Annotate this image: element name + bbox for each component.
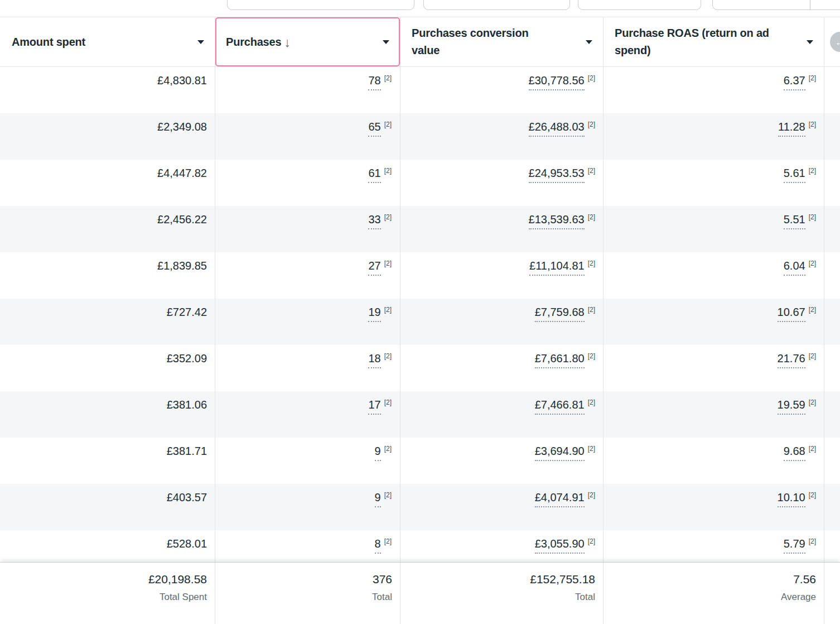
- column-header-roas[interactable]: Purchase ROAS (return on ad spend): [604, 17, 824, 66]
- footnote-ref: [2]: [384, 399, 392, 406]
- table-footer: £20,198.58 Total Spent 376 Total £152,75…: [0, 562, 840, 624]
- metric-value[interactable]: 78: [368, 73, 380, 90]
- metric-value[interactable]: 65: [368, 119, 380, 137]
- metric-value[interactable]: £26,488.03: [529, 119, 585, 137]
- ads-reporting-table-view: Amount spent Purchases ↓ Purchases conve…: [0, 0, 840, 624]
- overflow-cell: [824, 252, 840, 299]
- metric-value[interactable]: 27: [368, 258, 380, 276]
- metric-value[interactable]: £30,778.56: [529, 73, 585, 90]
- toolbar-control-2[interactable]: [423, 0, 570, 10]
- metric-value[interactable]: 17: [368, 397, 380, 415]
- roas-cell: 6.04[2]: [604, 252, 824, 299]
- metric-value[interactable]: 5.79: [784, 536, 805, 554]
- purchases-cell: 18[2]: [215, 345, 400, 391]
- conversion-value-cell: £24,953.53[2]: [400, 160, 604, 206]
- footnote-ref: [2]: [809, 167, 816, 175]
- conversion-value-cell: £11,104.81[2]: [400, 252, 604, 299]
- metric-value[interactable]: £13,539.63: [529, 212, 585, 229]
- footnote-ref: [2]: [588, 352, 595, 360]
- amount-spent-value: £352.09: [167, 352, 207, 364]
- footnote-ref: [2]: [384, 213, 392, 221]
- conversion-value-cell: £26,488.03[2]: [400, 113, 604, 160]
- metric-value[interactable]: £24,953.53: [529, 166, 585, 183]
- metric-value[interactable]: £7,661.80: [535, 351, 585, 368]
- roas-cell: 5.79[2]: [604, 530, 824, 562]
- toolbar-control-4[interactable]: [712, 0, 840, 10]
- metric-value[interactable]: 5.61: [784, 166, 805, 183]
- roas-cell: 6.37[2]: [604, 67, 824, 113]
- amount-spent-cell: £528.01: [0, 530, 215, 562]
- column-header-amount-spent[interactable]: Amount spent: [0, 17, 215, 66]
- table-row: £4,447.82 61[2] £24,953.53[2] 5.61[2]: [0, 160, 840, 206]
- purchases-cell: 78[2]: [215, 67, 400, 113]
- footnote-ref: [2]: [809, 306, 816, 314]
- footnote-ref: [2]: [588, 399, 595, 406]
- column-header-purchases[interactable]: Purchases ↓: [215, 17, 400, 66]
- metric-value[interactable]: £7,759.68: [535, 305, 585, 322]
- metric-value[interactable]: £7,466.81: [535, 397, 585, 415]
- chevron-down-icon[interactable]: [807, 40, 813, 44]
- metric-value[interactable]: 10.67: [778, 305, 805, 322]
- metric-value[interactable]: £3,055.90: [535, 536, 585, 554]
- metric-value[interactable]: 33: [368, 212, 380, 229]
- purchases-cell: 17[2]: [215, 391, 400, 438]
- amount-spent-cell: £2,349.08: [0, 113, 215, 160]
- footnote-ref: [2]: [384, 537, 392, 545]
- footnote-ref: [2]: [384, 491, 392, 499]
- conversion-value-cell: £4,074.91[2]: [400, 484, 604, 530]
- conversion-value-cell: £13,539.63[2]: [400, 206, 604, 252]
- amount-spent-value: £403.57: [167, 491, 207, 503]
- chevron-down-icon[interactable]: [383, 40, 389, 44]
- footnote-ref: [2]: [588, 445, 595, 453]
- toolbar-control-3[interactable]: [578, 0, 701, 10]
- purchases-cell: 65[2]: [215, 113, 400, 160]
- metric-value[interactable]: 18: [368, 351, 380, 368]
- metric-value[interactable]: £4,074.91: [535, 490, 585, 507]
- footnote-ref: [2]: [588, 260, 595, 267]
- column-label: Purchase ROAS (return on ad spend): [615, 25, 794, 59]
- conversion-value-cell: £30,778.56[2]: [400, 67, 604, 113]
- metric-value[interactable]: 9: [375, 490, 381, 507]
- metric-value[interactable]: 9: [375, 444, 381, 461]
- table-row: £2,456.22 33[2] £13,539.63[2] 5.51[2]: [0, 206, 840, 252]
- roas-cell: 5.51[2]: [604, 206, 824, 252]
- conversion-value-cell: £7,661.80[2]: [400, 345, 604, 391]
- conversion-value-cell: £3,694.90[2]: [400, 438, 604, 484]
- table-row: £381.06 17[2] £7,466.81[2] 19.59[2]: [0, 391, 840, 438]
- footnote-ref: [2]: [809, 213, 816, 221]
- metric-value[interactable]: 19: [368, 305, 380, 322]
- metric-value[interactable]: £3,694.90: [535, 444, 585, 461]
- amount-spent-cell: £381.06: [0, 391, 215, 438]
- chevron-down-icon[interactable]: [586, 40, 592, 44]
- footnote-ref: [2]: [384, 121, 392, 128]
- footnote-ref: [2]: [588, 491, 595, 499]
- metric-value[interactable]: 8: [375, 536, 381, 554]
- metric-value[interactable]: 11.28: [778, 119, 805, 137]
- column-header-conversion-value[interactable]: Purchases conversion value: [400, 17, 604, 66]
- footnote-ref: [2]: [809, 121, 816, 128]
- toolbar-divider: [810, 0, 810, 9]
- metric-value[interactable]: 21.76: [778, 351, 805, 368]
- purchases-cell: 19[2]: [215, 299, 400, 345]
- metric-value[interactable]: 6.37: [784, 73, 805, 90]
- footer-value: £20,198.58: [0, 572, 207, 587]
- amount-spent-value: £1,839.85: [157, 260, 207, 272]
- metric-value[interactable]: 9.68: [784, 444, 805, 461]
- toolbar-control-1[interactable]: [227, 0, 414, 10]
- overflow-cell: [824, 206, 840, 252]
- chevron-down-icon[interactable]: [197, 40, 204, 44]
- table-row: £352.09 18[2] £7,661.80[2] 21.76[2]: [0, 345, 840, 391]
- amount-spent-cell: £727.42: [0, 299, 215, 345]
- metric-value[interactable]: £11,104.81: [529, 258, 585, 276]
- metric-value[interactable]: 61: [368, 166, 380, 183]
- metric-value[interactable]: 5.51: [784, 212, 805, 229]
- overflow-cell: [824, 391, 840, 438]
- overflow-cell: [824, 345, 840, 391]
- amount-spent-cell: £403.57: [0, 484, 215, 530]
- metric-value[interactable]: 19.59: [778, 397, 805, 415]
- footnote-ref: [2]: [588, 167, 595, 175]
- metric-value[interactable]: 10.10: [778, 490, 805, 507]
- metric-value[interactable]: 6.04: [784, 258, 805, 276]
- amount-spent-value: £381.06: [167, 399, 207, 411]
- amount-spent-cell: £4,830.81: [0, 67, 215, 113]
